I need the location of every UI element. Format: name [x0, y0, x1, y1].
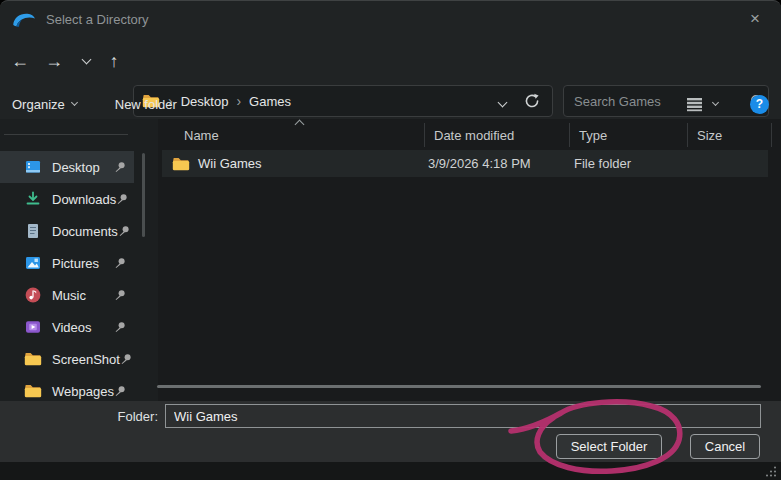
column-header-date-modified[interactable]: Date modified — [426, 121, 564, 149]
folder-label: Folder: — [0, 409, 158, 424]
select-folder-button[interactable]: Select Folder — [556, 434, 662, 459]
navigation-bar: ← → ↑ › Desktop › Games — [0, 41, 781, 81]
forward-button[interactable]: → — [40, 45, 68, 77]
organize-dropdown-icon — [71, 98, 78, 105]
file-name: Wii Games — [198, 156, 262, 171]
close-icon[interactable]: × — [743, 7, 767, 31]
file-date-modified: 3/9/2026 4:18 PM — [428, 156, 531, 171]
folder-icon — [172, 157, 190, 171]
sidebar-item-webpages[interactable]: Webpages — [0, 375, 134, 401]
pin-icon — [118, 225, 130, 237]
navigation-sidebar: Desktop Downloads — [0, 119, 158, 401]
dolphin-logo-icon — [12, 10, 36, 28]
file-list-pane: Name Date modified Type Size Wii Games 3… — [158, 119, 781, 401]
resize-grip-icon[interactable] — [764, 465, 777, 478]
view-dropdown-icon[interactable] — [712, 98, 719, 105]
pictures-icon — [24, 254, 42, 272]
pin-icon — [114, 321, 126, 333]
videos-icon — [24, 318, 42, 336]
back-button[interactable]: ← — [6, 45, 34, 77]
horizontal-scrollbar[interactable] — [157, 385, 761, 388]
pin-icon — [114, 289, 126, 301]
column-header-type[interactable]: Type — [571, 121, 683, 149]
file-type: File folder — [574, 156, 631, 171]
pin-icon — [114, 257, 126, 269]
help-icon[interactable]: ? — [750, 95, 769, 114]
music-icon — [24, 286, 42, 304]
pin-icon — [114, 385, 126, 397]
documents-icon — [24, 222, 42, 240]
sidebar-item-downloads[interactable]: Downloads — [0, 183, 134, 215]
column-header-size[interactable]: Size — [689, 121, 767, 149]
view-options-icon[interactable] — [686, 97, 703, 112]
new-folder-button[interactable]: New folder — [115, 97, 177, 112]
sidebar-divider — [4, 134, 128, 135]
pin-icon — [120, 353, 132, 365]
window-title: Select a Directory — [46, 12, 149, 27]
desktop-icon — [24, 158, 42, 176]
folder-icon — [24, 352, 42, 366]
sidebar-item-videos[interactable]: Videos — [0, 311, 134, 343]
sidebar-item-screenshot[interactable]: ScreenShot — [0, 343, 134, 375]
command-toolbar: Organize New folder ? — [0, 89, 781, 119]
pin-icon — [114, 161, 126, 173]
content-area: Desktop Downloads — [0, 119, 781, 401]
title-bar[interactable]: Select a Directory × — [0, 1, 781, 37]
bottom-strip — [0, 462, 781, 480]
cancel-button[interactable]: Cancel — [690, 434, 760, 459]
sidebar-scrollbar[interactable] — [142, 153, 145, 237]
footer-bar: Folder: Select Folder Cancel — [0, 401, 781, 462]
downloads-icon — [24, 190, 42, 208]
folder-name-input[interactable] — [165, 404, 761, 428]
history-dropdown-icon[interactable] — [72, 45, 100, 77]
pin-icon — [116, 193, 128, 205]
sidebar-item-desktop[interactable]: Desktop — [0, 151, 134, 183]
sidebar-item-pictures[interactable]: Pictures — [0, 247, 134, 279]
folder-icon — [24, 384, 42, 398]
up-button[interactable]: ↑ — [100, 45, 128, 77]
sidebar-item-music[interactable]: Music — [0, 279, 134, 311]
sidebar-item-documents[interactable]: Documents — [0, 215, 134, 247]
select-directory-dialog: Select a Directory × ← → ↑ › Desktop › G… — [0, 0, 781, 480]
file-row-wii-games[interactable]: Wii Games 3/9/2026 4:18 PM File folder — [162, 150, 768, 177]
organize-button[interactable]: Organize — [12, 97, 77, 112]
